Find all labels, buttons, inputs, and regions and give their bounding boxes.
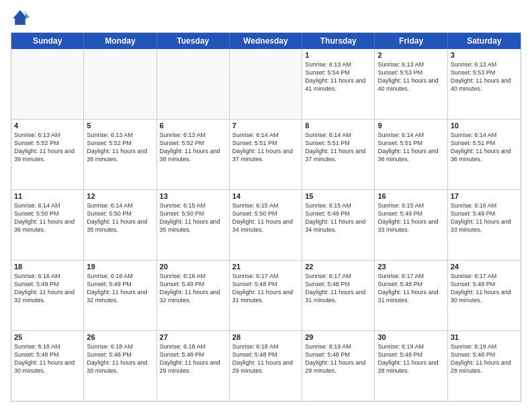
cell-info: Sunrise: 6:13 AM Sunset: 5:53 PM Dayligh…	[451, 60, 518, 93]
day-number: 13	[160, 192, 226, 200]
day-number: 5	[87, 122, 153, 130]
cal-cell-day-24: 24Sunrise: 6:17 AM Sunset: 5:48 PM Dayli…	[448, 261, 521, 330]
day-number: 27	[160, 333, 226, 341]
day-number: 14	[232, 192, 299, 200]
cal-cell-day-9: 9Sunrise: 6:14 AM Sunset: 5:51 PM Daylig…	[375, 120, 447, 189]
cal-row-2: 11Sunrise: 6:14 AM Sunset: 5:50 PM Dayli…	[11, 189, 521, 260]
cal-cell-day-30: 30Sunrise: 6:19 AM Sunset: 5:48 PM Dayli…	[375, 331, 447, 401]
cell-info: Sunrise: 6:13 AM Sunset: 5:53 PM Dayligh…	[378, 60, 444, 93]
cal-cell-day-29: 29Sunrise: 6:19 AM Sunset: 5:48 PM Dayli…	[302, 331, 375, 401]
cal-cell-day-18: 18Sunrise: 6:16 AM Sunset: 5:49 PM Dayli…	[11, 261, 84, 330]
cal-cell-day-27: 27Sunrise: 6:18 AM Sunset: 5:48 PM Dayli…	[157, 331, 230, 401]
cal-cell-empty	[157, 49, 230, 119]
cal-cell-day-1: 1Sunrise: 6:13 AM Sunset: 5:54 PM Daylig…	[302, 49, 375, 119]
day-number: 1	[305, 51, 371, 59]
cell-info: Sunrise: 6:17 AM Sunset: 5:48 PM Dayligh…	[378, 272, 444, 305]
cell-info: Sunrise: 6:15 AM Sunset: 5:50 PM Dayligh…	[160, 201, 226, 234]
day-number: 24	[451, 263, 518, 271]
cal-cell-day-26: 26Sunrise: 6:18 AM Sunset: 5:48 PM Dayli…	[84, 331, 157, 401]
cell-info: Sunrise: 6:14 AM Sunset: 5:51 PM Dayligh…	[232, 131, 299, 164]
cal-cell-empty	[84, 49, 157, 119]
calendar-body: 1Sunrise: 6:13 AM Sunset: 5:54 PM Daylig…	[11, 49, 521, 401]
day-number: 17	[451, 192, 518, 200]
day-number: 23	[378, 263, 444, 271]
cell-info: Sunrise: 6:17 AM Sunset: 5:48 PM Dayligh…	[451, 272, 518, 305]
cal-row-4: 25Sunrise: 6:18 AM Sunset: 5:48 PM Dayli…	[11, 330, 521, 401]
cal-cell-day-13: 13Sunrise: 6:15 AM Sunset: 5:50 PM Dayli…	[157, 190, 230, 260]
day-number: 28	[232, 333, 299, 341]
cell-info: Sunrise: 6:14 AM Sunset: 5:50 PM Dayligh…	[14, 201, 81, 234]
cal-row-0: 1Sunrise: 6:13 AM Sunset: 5:54 PM Daylig…	[11, 49, 521, 119]
cell-info: Sunrise: 6:18 AM Sunset: 5:48 PM Dayligh…	[87, 342, 153, 375]
cal-cell-day-3: 3Sunrise: 6:13 AM Sunset: 5:53 PM Daylig…	[448, 49, 521, 119]
cal-cell-day-23: 23Sunrise: 6:17 AM Sunset: 5:48 PM Dayli…	[375, 261, 447, 330]
day-number: 29	[305, 333, 371, 341]
day-number: 4	[14, 122, 81, 130]
cal-cell-day-16: 16Sunrise: 6:15 AM Sunset: 5:49 PM Dayli…	[375, 190, 447, 260]
calendar: SundayMondayTuesdayWednesdayThursdayFrid…	[11, 32, 521, 402]
cal-header-tuesday: Tuesday	[157, 33, 230, 49]
header	[11, 8, 521, 27]
day-number: 21	[232, 263, 299, 271]
cal-cell-day-28: 28Sunrise: 6:18 AM Sunset: 5:48 PM Dayli…	[230, 331, 302, 401]
cell-info: Sunrise: 6:14 AM Sunset: 5:50 PM Dayligh…	[87, 201, 153, 234]
cell-info: Sunrise: 6:14 AM Sunset: 5:51 PM Dayligh…	[305, 131, 371, 164]
cal-cell-day-2: 2Sunrise: 6:13 AM Sunset: 5:53 PM Daylig…	[375, 49, 447, 119]
day-number: 12	[87, 192, 153, 200]
cell-info: Sunrise: 6:13 AM Sunset: 5:52 PM Dayligh…	[160, 131, 226, 164]
cell-info: Sunrise: 6:13 AM Sunset: 5:54 PM Dayligh…	[305, 60, 371, 93]
cal-cell-day-11: 11Sunrise: 6:14 AM Sunset: 5:50 PM Dayli…	[11, 190, 84, 260]
day-number: 25	[14, 333, 81, 341]
cal-cell-day-21: 21Sunrise: 6:17 AM Sunset: 5:48 PM Dayli…	[230, 261, 302, 330]
cell-info: Sunrise: 6:18 AM Sunset: 5:48 PM Dayligh…	[160, 342, 226, 375]
cal-cell-day-22: 22Sunrise: 6:17 AM Sunset: 5:48 PM Dayli…	[302, 261, 375, 330]
day-number: 30	[378, 333, 444, 341]
cell-info: Sunrise: 6:13 AM Sunset: 5:52 PM Dayligh…	[14, 131, 81, 164]
day-number: 10	[451, 122, 518, 130]
day-number: 26	[87, 333, 153, 341]
day-number: 6	[160, 122, 226, 130]
cell-info: Sunrise: 6:16 AM Sunset: 5:49 PM Dayligh…	[160, 272, 226, 305]
cal-header-saturday: Saturday	[448, 33, 521, 49]
cal-cell-day-10: 10Sunrise: 6:14 AM Sunset: 5:51 PM Dayli…	[448, 120, 521, 189]
cal-row-1: 4Sunrise: 6:13 AM Sunset: 5:52 PM Daylig…	[11, 119, 521, 189]
cal-cell-day-4: 4Sunrise: 6:13 AM Sunset: 5:52 PM Daylig…	[11, 120, 84, 189]
day-number: 18	[14, 263, 81, 271]
cal-cell-day-5: 5Sunrise: 6:13 AM Sunset: 5:52 PM Daylig…	[84, 120, 157, 189]
day-number: 19	[87, 263, 153, 271]
logo	[11, 8, 32, 27]
cal-cell-day-6: 6Sunrise: 6:13 AM Sunset: 5:52 PM Daylig…	[157, 120, 230, 189]
day-number: 16	[378, 192, 444, 200]
day-number: 3	[451, 51, 518, 59]
day-number: 22	[305, 263, 371, 271]
day-number: 11	[14, 192, 81, 200]
day-number: 9	[378, 122, 444, 130]
day-number: 20	[160, 263, 226, 271]
cal-cell-day-15: 15Sunrise: 6:15 AM Sunset: 5:49 PM Dayli…	[302, 190, 375, 260]
cal-row-3: 18Sunrise: 6:16 AM Sunset: 5:49 PM Dayli…	[11, 260, 521, 330]
cell-info: Sunrise: 6:15 AM Sunset: 5:50 PM Dayligh…	[232, 201, 299, 234]
cell-info: Sunrise: 6:18 AM Sunset: 5:48 PM Dayligh…	[14, 342, 81, 375]
cal-cell-day-7: 7Sunrise: 6:14 AM Sunset: 5:51 PM Daylig…	[230, 120, 302, 189]
cell-info: Sunrise: 6:17 AM Sunset: 5:48 PM Dayligh…	[232, 272, 299, 305]
cal-cell-day-25: 25Sunrise: 6:18 AM Sunset: 5:48 PM Dayli…	[11, 331, 84, 401]
cell-info: Sunrise: 6:13 AM Sunset: 5:52 PM Dayligh…	[87, 131, 153, 164]
cal-header-sunday: Sunday	[11, 33, 84, 49]
cal-cell-day-8: 8Sunrise: 6:14 AM Sunset: 5:51 PM Daylig…	[302, 120, 375, 189]
cal-cell-day-19: 19Sunrise: 6:16 AM Sunset: 5:49 PM Dayli…	[84, 261, 157, 330]
logo-icon	[11, 8, 30, 27]
cell-info: Sunrise: 6:15 AM Sunset: 5:49 PM Dayligh…	[378, 201, 444, 234]
cell-info: Sunrise: 6:14 AM Sunset: 5:51 PM Dayligh…	[451, 131, 518, 164]
cell-info: Sunrise: 6:19 AM Sunset: 5:48 PM Dayligh…	[378, 342, 444, 375]
day-number: 8	[305, 122, 371, 130]
svg-marker-0	[13, 10, 28, 25]
cell-info: Sunrise: 6:19 AM Sunset: 5:48 PM Dayligh…	[305, 342, 371, 375]
cal-cell-day-14: 14Sunrise: 6:15 AM Sunset: 5:50 PM Dayli…	[230, 190, 302, 260]
cal-cell-empty	[230, 49, 302, 119]
cal-cell-day-12: 12Sunrise: 6:14 AM Sunset: 5:50 PM Dayli…	[84, 190, 157, 260]
cell-info: Sunrise: 6:16 AM Sunset: 5:49 PM Dayligh…	[14, 272, 81, 305]
cal-header-friday: Friday	[375, 33, 447, 49]
cell-info: Sunrise: 6:18 AM Sunset: 5:48 PM Dayligh…	[232, 342, 299, 375]
day-number: 15	[305, 192, 371, 200]
cal-header-thursday: Thursday	[302, 33, 375, 49]
